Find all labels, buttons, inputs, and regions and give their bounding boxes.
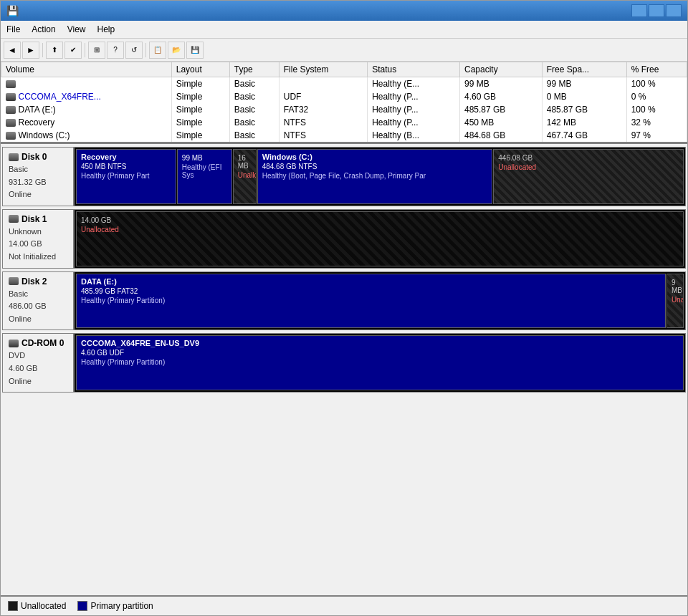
col-type[interactable]: Type xyxy=(229,62,279,77)
cell-pct: 100 % xyxy=(626,103,687,116)
table-row[interactable]: DATA (E:) Simple Basic FAT32 Healthy (P.… xyxy=(1,103,687,116)
legend-unallocated-label: Unallocated xyxy=(21,601,66,611)
partition-2-0[interactable]: DATA (E:) 485.99 GB FAT32 Healthy (Prima… xyxy=(76,274,666,329)
toolbar-icon2[interactable]: 📂 xyxy=(168,42,185,59)
cell-layout: Simple xyxy=(171,77,229,91)
col-free[interactable]: Free Spa... xyxy=(542,62,626,77)
disk-id-1: Disk 1 xyxy=(9,214,67,224)
table-row[interactable]: Recovery Simple Basic NTFS Healthy (P...… xyxy=(1,116,687,129)
partition-0-0[interactable]: Recovery 450 MB NTFS Healthy (Primary Pa… xyxy=(76,149,176,204)
cell-pct: 0 % xyxy=(626,90,687,103)
cell-capacity: 99 MB xyxy=(459,77,542,91)
toolbar-refresh[interactable]: ↺ xyxy=(125,42,143,59)
col-status[interactable]: Status xyxy=(368,62,460,77)
partition-3-0[interactable]: CCCOMA_X64FRE_EN-US_DV9 4.60 GB UDF Heal… xyxy=(76,335,684,390)
partition-size-3-0: 4.60 GB UDF xyxy=(81,349,679,357)
window-icon: 💾 xyxy=(6,5,19,16)
toolbar-sep-2 xyxy=(85,43,85,57)
cell-fs: NTFS xyxy=(279,129,367,142)
title-bar: 💾 xyxy=(1,1,687,21)
partition-name-0-3: Windows (C:) xyxy=(262,153,488,161)
partition-size-2-1: 9 MB xyxy=(672,279,679,294)
partition-name-2-0: DATA (E:) xyxy=(81,277,661,286)
menu-file[interactable]: File xyxy=(1,22,26,37)
partition-2-1[interactable]: 9 MB Unallocated xyxy=(666,274,684,329)
partition-0-3[interactable]: Windows (C:) 484.68 GB NTFS Healthy (Boo… xyxy=(257,149,493,204)
disk-partitions-2: DATA (E:) 485.99 GB FAT32 Healthy (Prima… xyxy=(75,272,685,330)
legend-primary: Primary partition xyxy=(77,601,153,611)
menu-bar: File Action View Help xyxy=(1,21,687,39)
toolbar-help[interactable]: ? xyxy=(107,42,124,59)
cell-free: 467.74 GB xyxy=(542,129,626,142)
cell-free: 142 MB xyxy=(542,116,626,129)
partition-status-2-1: Unallocated xyxy=(672,296,679,304)
col-volume[interactable]: Volume xyxy=(1,62,172,77)
legend-unallocated-box xyxy=(8,601,18,611)
disk-id-2: Disk 2 xyxy=(9,276,67,287)
disk-row-0: Disk 0 Basic 931.32 GB Online Recovery 4… xyxy=(2,147,686,206)
toolbar-icon1[interactable]: 📋 xyxy=(149,42,166,59)
toolbar-up[interactable]: ⬆ xyxy=(46,42,63,59)
legend-primary-box xyxy=(77,601,87,611)
volume-table: Volume Layout Type File System Status Ca… xyxy=(1,62,687,142)
toolbar-back[interactable]: ◄ xyxy=(4,42,21,59)
partition-0-1[interactable]: 99 MB Healthy (EFI Sys xyxy=(177,149,232,204)
title-buttons xyxy=(631,4,682,17)
disk-row-3: CD-ROM 0 DVD 4.60 GB Online CCCOMA_X64FR… xyxy=(2,333,686,393)
cell-layout: Simple xyxy=(171,129,229,142)
disk-label-2: Disk 2 Basic 486.00 GB Online xyxy=(3,272,75,330)
partition-0-4[interactable]: 446.08 GB Unallocated xyxy=(493,149,684,204)
col-fs[interactable]: File System xyxy=(279,62,367,77)
cell-status: Healthy (P... xyxy=(368,103,460,116)
cell-capacity: 4.60 GB xyxy=(459,90,542,103)
partition-status-0-3: Healthy (Boot, Page File, Crash Dump, Pr… xyxy=(262,172,488,180)
partition-status-0-1: Healthy (EFI Sys xyxy=(182,163,227,179)
partition-status-0-0: Healthy (Primary Part xyxy=(81,172,171,180)
disk-partitions-3: CCCOMA_X64FRE_EN-US_DV9 4.60 GB UDF Heal… xyxy=(75,334,685,392)
col-layout[interactable]: Layout xyxy=(171,62,229,77)
table-row[interactable]: Simple Basic Healthy (E... 99 MB 99 MB 1… xyxy=(1,77,687,91)
toolbar-properties[interactable]: ⊞ xyxy=(88,42,105,59)
menu-view[interactable]: View xyxy=(62,22,92,37)
cell-pct: 100 % xyxy=(626,77,687,91)
cell-status: Healthy (B... xyxy=(368,129,460,142)
disk-info-2: Basic 486.00 GB Online xyxy=(9,288,67,326)
table-row[interactable]: CCCOMA_X64FRE... Simple Basic UDF Health… xyxy=(1,90,687,103)
toolbar-icon3[interactable]: 💾 xyxy=(186,42,204,59)
cell-free: 0 MB xyxy=(542,90,626,103)
disk-map: Disk 0 Basic 931.32 GB Online Recovery 4… xyxy=(1,144,687,595)
cell-volume: DATA (E:) xyxy=(1,103,172,116)
disk-management-window: 💾 File Action View Help ◄ ► ⬆ ✔ ⊞ ? ↺ 📋 … xyxy=(0,0,688,616)
disk-partitions-0: Recovery 450 MB NTFS Healthy (Primary Pa… xyxy=(75,148,685,206)
partition-1-0[interactable]: 14.00 GB Unallocated xyxy=(76,211,684,266)
minimize-button[interactable] xyxy=(631,4,647,17)
table-row[interactable]: Windows (C:) Simple Basic NTFS Healthy (… xyxy=(1,129,687,142)
partition-status-1-0: Unallocated xyxy=(81,226,679,234)
toolbar: ◄ ► ⬆ ✔ ⊞ ? ↺ 📋 📂 💾 xyxy=(1,39,687,62)
col-pct[interactable]: % Free xyxy=(626,62,687,77)
close-button[interactable] xyxy=(666,4,682,17)
cell-free: 99 MB xyxy=(542,77,626,91)
cell-volume: Recovery xyxy=(1,116,172,129)
toolbar-show-hide[interactable]: ✔ xyxy=(64,42,82,59)
legend-unallocated: Unallocated xyxy=(8,601,66,611)
partition-0-2[interactable]: 16 MB Unalloca xyxy=(233,149,257,204)
volume-table-container: Volume Layout Type File System Status Ca… xyxy=(1,62,687,144)
col-capacity[interactable]: Capacity xyxy=(459,62,542,77)
legend: Unallocated Primary partition xyxy=(1,595,687,615)
toolbar-forward[interactable]: ► xyxy=(22,42,39,59)
partition-size-1-0: 14.00 GB xyxy=(81,216,679,224)
partition-status-0-4: Unallocated xyxy=(498,163,679,171)
menu-help[interactable]: Help xyxy=(92,22,121,37)
menu-action[interactable]: Action xyxy=(26,22,61,37)
partition-status-2-0: Healthy (Primary Partition) xyxy=(81,297,661,304)
disk-info-1: Unknown 14.00 GB Not Initialized xyxy=(9,226,67,264)
maximize-button[interactable] xyxy=(649,4,664,17)
disk-id-0: Disk 0 xyxy=(9,152,67,162)
cell-status: Healthy (P... xyxy=(368,116,460,129)
cell-layout: Simple xyxy=(171,116,229,129)
disk-label-1: Disk 1 Unknown 14.00 GB Not Initialized xyxy=(3,210,75,268)
cell-fs: UDF xyxy=(279,90,367,103)
cell-type: Basic xyxy=(229,77,279,91)
cell-fs: FAT32 xyxy=(279,103,367,116)
